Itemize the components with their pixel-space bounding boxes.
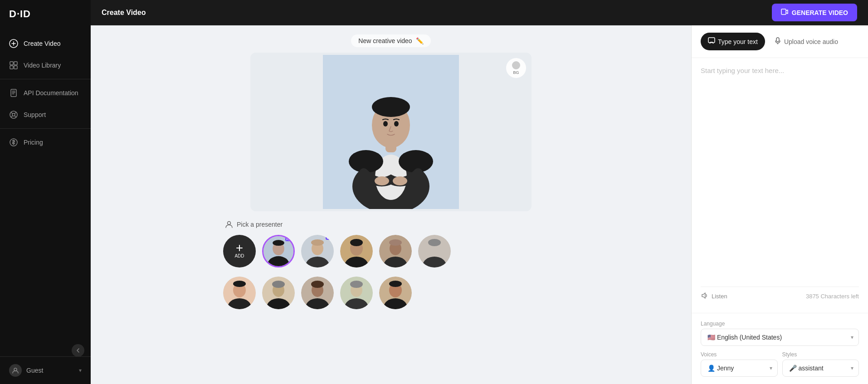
listen-button[interactable]: Listen bbox=[701, 292, 727, 301]
presenter-label: Pick a presenter bbox=[223, 220, 559, 228]
voices-select-wrapper: 👤 Jenny bbox=[701, 360, 778, 377]
sidebar-label-video-library: Video Library bbox=[24, 62, 61, 69]
language-label: Language bbox=[701, 321, 859, 327]
presenter-10-avatar bbox=[379, 277, 412, 309]
svg-point-51 bbox=[272, 281, 285, 288]
tab-type-text[interactable]: Type your text bbox=[701, 33, 765, 50]
style-select[interactable]: 🎤 assistant bbox=[782, 360, 859, 377]
tab-upload-audio[interactable]: Upload voice audio bbox=[767, 33, 845, 50]
page-title: Create Video bbox=[102, 9, 146, 17]
bg-label: BG bbox=[513, 70, 519, 75]
hq-badge-1: HQ bbox=[285, 237, 293, 241]
voice-row: Voices 👤 Jenny Styles 🎤 assistant bbox=[701, 351, 859, 377]
presenter-4[interactable] bbox=[379, 235, 412, 267]
presenter-9[interactable] bbox=[340, 277, 373, 309]
presenter-4-avatar bbox=[379, 235, 412, 267]
svg-point-19 bbox=[375, 176, 389, 185]
styles-col: Styles 🎤 assistant bbox=[782, 351, 859, 377]
presenter-9-avatar bbox=[340, 277, 373, 309]
styles-label: Styles bbox=[782, 351, 859, 358]
svg-point-21 bbox=[383, 121, 388, 126]
sidebar-label-create-video: Create Video bbox=[24, 40, 60, 47]
microphone-icon bbox=[774, 37, 781, 46]
svg-rect-5 bbox=[11, 89, 16, 97]
presenter-7[interactable] bbox=[262, 277, 295, 309]
logo: D·ID bbox=[0, 0, 91, 28]
doc-icon bbox=[9, 88, 18, 97]
presenter-5-avatar bbox=[418, 235, 451, 267]
language-select[interactable]: 🇺🇸 English (United States) bbox=[701, 329, 859, 346]
svg-point-59 bbox=[350, 281, 363, 288]
hq-badge-2: HQ bbox=[326, 236, 333, 240]
sidebar-item-api-docs[interactable]: API Documentation bbox=[0, 82, 91, 104]
sidebar-item-support[interactable]: Support bbox=[0, 104, 91, 126]
sidebar-item-video-library[interactable]: Video Library bbox=[0, 54, 91, 76]
sidebar-item-pricing[interactable]: Pricing bbox=[0, 131, 91, 153]
presenter-row-2 bbox=[223, 277, 559, 314]
svg-point-20 bbox=[393, 176, 407, 185]
sidebar-bottom: Guest ▾ bbox=[0, 356, 91, 384]
presenter-1[interactable]: HQ bbox=[262, 235, 295, 267]
collapse-button[interactable] bbox=[72, 344, 84, 357]
script-textarea[interactable] bbox=[701, 65, 859, 283]
svg-rect-4 bbox=[14, 66, 17, 69]
logo-text: D·ID bbox=[9, 8, 31, 20]
center-panel: New creative video ✏️ bbox=[91, 25, 691, 384]
presenter-3[interactable] bbox=[340, 235, 373, 267]
presenter-2[interactable]: HQ bbox=[301, 235, 334, 267]
presenter-section: Pick a presenter ADD bbox=[223, 220, 559, 314]
voice-select[interactable]: 👤 Jenny bbox=[701, 360, 778, 377]
chevron-down-icon: ▾ bbox=[79, 367, 82, 374]
svg-point-63 bbox=[389, 281, 402, 287]
presenter-preview bbox=[323, 55, 459, 209]
bg-button[interactable]: BG bbox=[506, 58, 526, 78]
voices-col: Voices 👤 Jenny bbox=[701, 351, 778, 377]
plus-circle-icon bbox=[9, 39, 18, 48]
main-content: New creative video ✏️ bbox=[91, 25, 868, 384]
svg-point-47 bbox=[233, 281, 246, 287]
sidebar-label-support: Support bbox=[24, 111, 46, 118]
nav-divider-2 bbox=[0, 128, 91, 129]
right-panel: Type your text Upload voice audio bbox=[691, 25, 868, 384]
video-preview: BG bbox=[250, 53, 532, 211]
svg-rect-65 bbox=[776, 38, 779, 42]
text-actions: Listen 3875 Characters left bbox=[701, 287, 859, 306]
chat-icon bbox=[708, 37, 715, 46]
presenter-8[interactable] bbox=[301, 277, 334, 309]
presenter-6-avatar bbox=[223, 277, 256, 309]
generate-video-icon bbox=[781, 8, 788, 17]
bg-icon bbox=[512, 61, 520, 69]
generate-video-button[interactable]: GENERATE VIDEO bbox=[772, 4, 857, 21]
sidebar-label-pricing: Pricing bbox=[24, 139, 43, 146]
presenter-row-1: ADD HQ bbox=[223, 235, 559, 272]
svg-rect-10 bbox=[781, 9, 786, 15]
dollar-icon bbox=[9, 138, 18, 147]
svg-rect-3 bbox=[10, 66, 13, 69]
volume-icon bbox=[701, 292, 709, 301]
tab-audio-label: Upload voice audio bbox=[784, 38, 838, 45]
header: Create Video GENERATE VIDEO bbox=[91, 0, 868, 25]
voices-label: Voices bbox=[701, 351, 778, 358]
text-area-wrapper: Listen 3875 Characters left bbox=[692, 58, 868, 313]
tab-text-label: Type your text bbox=[718, 38, 758, 45]
sidebar: D·ID Create Video Video Library bbox=[0, 0, 91, 384]
edit-title-icon[interactable]: ✏️ bbox=[416, 37, 424, 44]
sidebar-item-create-video[interactable]: Create Video bbox=[0, 33, 91, 54]
svg-point-27 bbox=[273, 240, 284, 246]
nav-divider-1 bbox=[0, 79, 91, 79]
user-section[interactable]: Guest ▾ bbox=[9, 364, 82, 377]
presenter-10[interactable] bbox=[379, 277, 412, 309]
presenter-6[interactable] bbox=[223, 277, 256, 309]
svg-point-43 bbox=[428, 239, 441, 246]
presenter-5[interactable] bbox=[418, 235, 451, 267]
svg-point-31 bbox=[311, 239, 324, 246]
svg-rect-2 bbox=[14, 62, 17, 65]
svg-point-22 bbox=[394, 121, 399, 126]
video-title: New creative video bbox=[358, 37, 412, 44]
svg-point-39 bbox=[389, 239, 402, 246]
sidebar-nav: Create Video Video Library API bbox=[0, 28, 91, 356]
add-presenter-button[interactable]: ADD bbox=[223, 235, 256, 267]
presenter-7-avatar bbox=[262, 277, 295, 309]
svg-point-35 bbox=[350, 239, 363, 246]
svg-rect-1 bbox=[10, 62, 13, 65]
